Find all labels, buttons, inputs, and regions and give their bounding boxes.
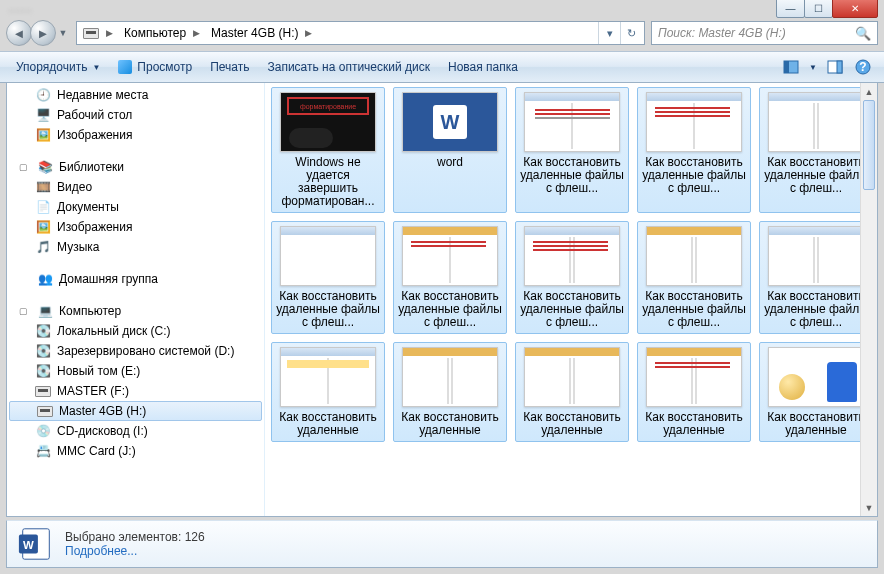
- search-icon: 🔍: [855, 26, 871, 41]
- print-button[interactable]: Печать: [202, 56, 257, 78]
- organize-menu[interactable]: Упорядочить▼: [8, 56, 108, 78]
- file-thumbnail: [524, 347, 620, 407]
- sidebar-item-lib-pictures[interactable]: 🖼️Изображения: [7, 217, 264, 237]
- file-item[interactable]: Как восстановить удаленные файлы с флеш.…: [515, 87, 629, 213]
- details-pane: W Выбрано элементов: 126 Подробнее...: [6, 520, 878, 568]
- vertical-scrollbar[interactable]: ▲ ▼: [860, 83, 877, 516]
- file-item[interactable]: Как восстановить удаленные файлы с флеш.…: [759, 87, 873, 213]
- scroll-thumb[interactable]: [863, 100, 875, 190]
- file-item[interactable]: Как восстановить удаленные файлы с флеш.…: [271, 221, 385, 334]
- expand-icon[interactable]: ▢: [19, 162, 29, 172]
- file-item[interactable]: Как восстановить удаленные файлы с флеш.…: [515, 221, 629, 334]
- preview-pane-button[interactable]: [823, 56, 847, 78]
- sidebar-item-drive-c[interactable]: 💽Локальный диск (C:): [7, 321, 264, 341]
- file-thumbnail: [768, 92, 864, 152]
- navigation-sidebar: 🕘Недавние места 🖥️Рабочий стол 🖼️Изображ…: [7, 83, 265, 516]
- documents-icon: 📄: [35, 199, 51, 215]
- recent-places-icon: 🕘: [35, 87, 51, 103]
- window-maximize-button[interactable]: ☐: [804, 0, 833, 18]
- svg-text:?: ?: [859, 60, 866, 74]
- sidebar-item-drive-e[interactable]: 💽Новый том (E:): [7, 361, 264, 381]
- sidebar-item-mmc-card[interactable]: 📇MMC Card (J:): [7, 441, 264, 461]
- sidebar-item-drive-d[interactable]: 💽Зарезервировано системой (D:): [7, 341, 264, 361]
- file-item[interactable]: Как восстановить удаленные файлы с флеш.…: [759, 221, 873, 334]
- sidebar-item-documents[interactable]: 📄Документы: [7, 197, 264, 217]
- file-item[interactable]: Как восстановить удаленные: [759, 342, 873, 442]
- file-name: Как восстановить удаленные файлы с флеш.…: [276, 290, 380, 329]
- pictures-icon: 🖼️: [35, 219, 51, 235]
- file-name: Как восстановить удаленные: [764, 411, 868, 437]
- file-list[interactable]: форматированиеWindows не удается заверши…: [265, 83, 877, 516]
- breadcrumb-drive[interactable]: Master 4GB (H:): [211, 26, 298, 40]
- scroll-up-button[interactable]: ▲: [861, 83, 877, 100]
- chevron-right-icon[interactable]: ▶: [103, 28, 116, 38]
- nav-back-button[interactable]: ◄: [6, 20, 32, 46]
- hdd-icon: 💽: [35, 343, 51, 359]
- address-bar[interactable]: ▶ Компьютер▶ Master 4GB (H:)▶ ▾ ↻: [76, 21, 645, 45]
- navigation-row: ◄ ► ▼ ▶ Компьютер▶ Master 4GB (H:)▶ ▾ ↻ …: [0, 15, 884, 51]
- computer-icon: 💻: [37, 303, 53, 319]
- sidebar-item-drive-f[interactable]: MASTER (F:): [7, 381, 264, 401]
- file-item[interactable]: форматированиеWindows не удается заверши…: [271, 87, 385, 213]
- window-close-button[interactable]: ✕: [832, 0, 878, 18]
- file-name: Как восстановить удаленные: [398, 411, 502, 437]
- nav-forward-button[interactable]: ►: [30, 20, 56, 46]
- file-item[interactable]: Как восстановить удаленные: [637, 342, 751, 442]
- address-dropdown-button[interactable]: ▾: [598, 22, 620, 44]
- file-item[interactable]: Как восстановить удаленные файлы с флеш.…: [393, 221, 507, 334]
- file-thumbnail: [646, 347, 742, 407]
- file-thumbnail: [280, 347, 376, 407]
- usb-drive-icon: [35, 383, 51, 399]
- hdd-icon: 💽: [35, 323, 51, 339]
- file-item[interactable]: Wword: [393, 87, 507, 213]
- usb-drive-icon: [37, 403, 53, 419]
- view-mode-button[interactable]: [779, 56, 803, 78]
- command-bar: Упорядочить▼ Просмотр Печать Записать на…: [0, 51, 884, 83]
- file-thumbnail: [646, 92, 742, 152]
- file-item[interactable]: Как восстановить удаленные файлы с флеш.…: [637, 87, 751, 213]
- breadcrumb-computer[interactable]: Компьютер: [124, 26, 186, 40]
- file-thumbnail: [524, 92, 620, 152]
- file-item[interactable]: Как восстановить удаленные: [271, 342, 385, 442]
- music-icon: 🎵: [35, 239, 51, 255]
- window-minimize-button[interactable]: —: [776, 0, 805, 18]
- homegroup-icon: 👥: [37, 271, 53, 287]
- sidebar-item-music[interactable]: 🎵Музыка: [7, 237, 264, 257]
- sidebar-group-homegroup[interactable]: 👥Домашняя группа: [7, 269, 264, 289]
- preview-button[interactable]: Просмотр: [110, 56, 200, 78]
- file-thumbnail: W: [402, 92, 498, 152]
- sidebar-item-drive-h[interactable]: Master 4GB (H:): [9, 401, 262, 421]
- new-folder-button[interactable]: Новая папка: [440, 56, 526, 78]
- video-icon: 🎞️: [35, 179, 51, 195]
- expand-icon[interactable]: ▢: [19, 306, 29, 316]
- preview-icon: [118, 60, 132, 74]
- search-input[interactable]: Поиск: Master 4GB (H:) 🔍: [651, 21, 878, 45]
- burn-button[interactable]: Записать на оптический диск: [259, 56, 438, 78]
- file-name: Как восстановить удаленные файлы с флеш.…: [764, 290, 868, 329]
- cd-icon: 💿: [35, 423, 51, 439]
- file-item[interactable]: Как восстановить удаленные файлы с флеш.…: [637, 221, 751, 334]
- status-details-link[interactable]: Подробнее...: [65, 544, 205, 558]
- desktop-icon: 🖥️: [35, 107, 51, 123]
- file-item[interactable]: Как восстановить удаленные: [393, 342, 507, 442]
- file-name: Как восстановить удаленные: [520, 411, 624, 437]
- sidebar-group-computer[interactable]: ▢💻Компьютер: [7, 301, 264, 321]
- file-item[interactable]: Как восстановить удаленные: [515, 342, 629, 442]
- sidebar-group-libraries[interactable]: ▢📚Библиотеки: [7, 157, 264, 177]
- file-thumbnail: [524, 226, 620, 286]
- scroll-down-button[interactable]: ▼: [861, 499, 877, 516]
- sidebar-item-desktop[interactable]: 🖥️Рабочий стол: [7, 105, 264, 125]
- sidebar-item-video[interactable]: 🎞️Видео: [7, 177, 264, 197]
- sidebar-item-pictures[interactable]: 🖼️Изображения: [7, 125, 264, 145]
- hdd-icon: 💽: [35, 363, 51, 379]
- view-mode-dropdown[interactable]: ▼: [807, 56, 819, 78]
- chevron-right-icon[interactable]: ▶: [302, 28, 315, 38]
- sidebar-item-recent[interactable]: 🕘Недавние места: [7, 85, 264, 105]
- chevron-right-icon[interactable]: ▶: [190, 28, 203, 38]
- help-button[interactable]: ?: [851, 56, 875, 78]
- status-selection-count: Выбрано элементов: 126: [65, 530, 205, 544]
- refresh-button[interactable]: ↻: [620, 22, 642, 44]
- sidebar-item-cd-drive[interactable]: 💿CD-дисковод (I:): [7, 421, 264, 441]
- nav-history-dropdown[interactable]: ▼: [56, 28, 70, 38]
- file-name: word: [398, 156, 502, 169]
